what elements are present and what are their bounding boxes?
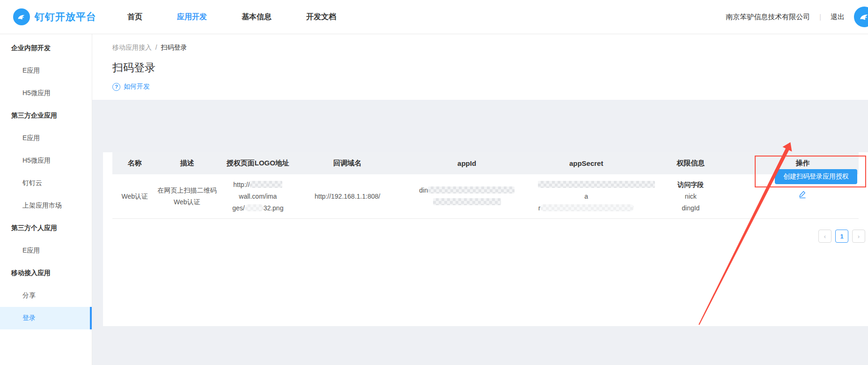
table-row: Web认证 在网页上扫描二维码 Web认证 http://wall.com/im…	[112, 174, 859, 219]
pagination-page-1[interactable]: 1	[835, 230, 848, 243]
sidebar-heading-thirdparty-personal: 第三方个人应用	[0, 217, 92, 239]
nav-dev-docs[interactable]: 开发文档	[306, 12, 336, 22]
top-navigation: 首页 应用开发 基本信息 开发文档	[127, 12, 336, 22]
main-content: 移动应用接入 / 扫码登录 扫码登录 ? 如何开发 创建扫码登录应用授权 名称 …	[92, 34, 868, 365]
cell-appid: din	[396, 185, 538, 208]
edit-icon[interactable]	[798, 190, 807, 202]
help-link-label: 如何开发	[124, 82, 150, 91]
col-permission-info: 权限信息	[635, 159, 747, 168]
logout-button[interactable]: 退出	[831, 13, 845, 22]
topbar-right: 南京笨驴信息技术有限公司 | 退出	[726, 7, 868, 27]
cell-logo-url: http://wall.com/ima ges/32.png	[217, 179, 299, 214]
nav-home[interactable]: 首页	[127, 12, 142, 22]
sidebar-item-h5-microapp-1[interactable]: H5微应用	[0, 82, 92, 104]
col-appsecret: appSecret	[538, 159, 635, 167]
breadcrumb-current: 扫码登录	[161, 44, 187, 51]
col-name: 名称	[112, 159, 157, 168]
pagination: ‹ 1 ›	[103, 219, 868, 257]
sidebar-item-e-app-1[interactable]: E应用	[0, 60, 92, 82]
breadcrumb-parent[interactable]: 移动应用接入	[112, 44, 152, 51]
dingtalk-logo[interactable]: 钉钉开放平台	[13, 8, 96, 25]
user-avatar[interactable]	[854, 7, 868, 27]
cell-callback-domain: http://192.168.1.1:808/	[299, 191, 396, 202]
cell-name: Web认证	[112, 191, 157, 202]
sidebar-heading-internal-dev: 企业内部开发	[0, 37, 92, 60]
col-description: 描述	[157, 159, 217, 168]
pagination-prev-icon[interactable]: ‹	[818, 230, 831, 243]
table-header-row: 名称 描述 授权页面LOGO地址 回调域名 appId appSecret 权限…	[112, 152, 859, 174]
how-to-develop-link[interactable]: ? 如何开发	[112, 82, 150, 91]
col-logo-url: 授权页面LOGO地址	[217, 159, 299, 168]
cell-actions	[747, 190, 859, 202]
auth-table: 名称 描述 授权页面LOGO地址 回调域名 appId appSecret 权限…	[112, 152, 859, 219]
mosaic-blur	[250, 181, 282, 188]
breadcrumb: 移动应用接入 / 扫码登录	[112, 44, 868, 52]
sidebar: 企业内部开发 E应用 H5微应用 第三方企业应用 E应用 H5微应用 钉钉云 上…	[0, 34, 92, 365]
sidebar-item-e-app-2[interactable]: E应用	[0, 127, 92, 149]
cell-appsecret: a r	[538, 179, 635, 214]
nav-basic-info[interactable]: 基本信息	[242, 12, 272, 22]
mosaic-blur	[540, 204, 634, 211]
content-background: 创建扫码登录应用授权 名称 描述 授权页面LOGO地址 回调域名 appId a…	[92, 100, 868, 365]
cell-permissions: 访问字段 nick dingId	[635, 179, 747, 214]
col-actions: 操作	[747, 159, 859, 168]
platform-title: 钉钉开放平台	[35, 10, 96, 23]
mosaic-blur	[433, 198, 501, 205]
cell-description: 在网页上扫描二维码 Web认证	[157, 185, 217, 208]
sidebar-heading-mobile-access: 移动接入应用	[0, 262, 92, 284]
pagination-next-icon[interactable]: ›	[852, 230, 865, 243]
create-scan-login-auth-button[interactable]: 创建扫码登录应用授权	[775, 169, 857, 184]
sidebar-item-share[interactable]: 分享	[0, 284, 92, 307]
topbar-divider: |	[819, 13, 821, 21]
sidebar-item-app-market[interactable]: 上架应用市场	[0, 194, 92, 217]
sidebar-item-dingtalk-cloud[interactable]: 钉钉云	[0, 172, 92, 194]
company-name: 南京笨驴信息技术有限公司	[726, 13, 810, 22]
page-title: 扫码登录	[112, 60, 868, 75]
topbar: 钉钉开放平台 首页 应用开发 基本信息 开发文档 南京笨驴信息技术有限公司 | …	[0, 0, 868, 34]
help-question-icon: ?	[112, 83, 120, 91]
page-header: 移动应用接入 / 扫码登录 扫码登录 ? 如何开发	[92, 34, 868, 100]
content-card: 创建扫码登录应用授权 名称 描述 授权页面LOGO地址 回调域名 appId a…	[103, 152, 868, 326]
mosaic-blur	[428, 186, 515, 194]
sidebar-item-h5-microapp-2[interactable]: H5微应用	[0, 149, 92, 172]
sidebar-item-e-app-3[interactable]: E应用	[0, 239, 92, 262]
sidebar-item-login[interactable]: 登录	[0, 307, 92, 329]
col-appid: appId	[396, 159, 538, 167]
col-callback-domain: 回调域名	[299, 159, 396, 168]
nav-app-development[interactable]: 应用开发	[177, 12, 207, 22]
mosaic-blur	[245, 204, 264, 211]
dingtalk-wing-icon	[13, 8, 30, 25]
sidebar-heading-thirdparty-enterprise: 第三方企业应用	[0, 104, 92, 127]
breadcrumb-separator: /	[155, 44, 157, 51]
